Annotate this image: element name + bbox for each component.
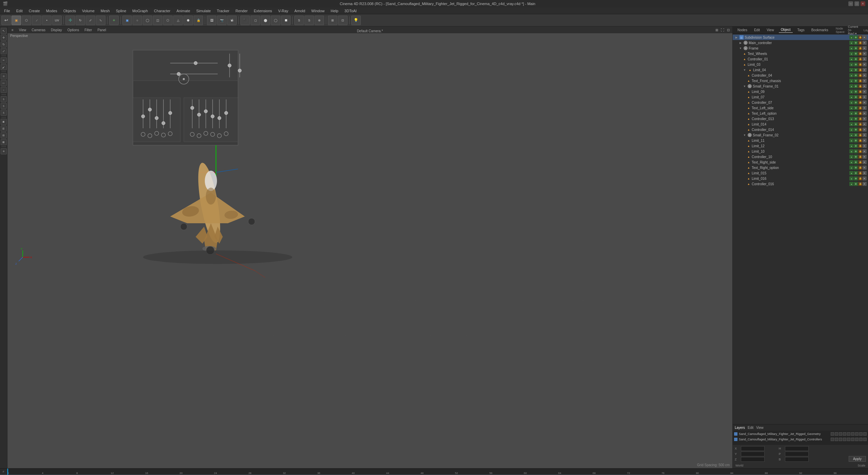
menu-objects[interactable]: Objects (61, 8, 79, 14)
c013-render[interactable]: ◉ (854, 117, 858, 121)
trs-render[interactable]: ◉ (854, 160, 858, 164)
coord-y-input[interactable] (741, 452, 765, 456)
tree-item-limit015[interactable]: ▲ Limit_015 ● ◉ 🔒 ▸ (733, 170, 868, 176)
c013-vis[interactable]: ● (849, 117, 853, 121)
coord-z-input[interactable] (741, 457, 765, 462)
tree-item-controller016[interactable]: ▲ Controller_016 ● ◉ 🔒 ▸ (733, 181, 868, 187)
tool-s2[interactable]: S (1, 103, 7, 109)
tool-move[interactable]: ✛ (1, 35, 7, 41)
layer-geo-l[interactable] (843, 432, 846, 436)
toolbar-obj7[interactable]: ⬢ (183, 16, 193, 25)
toolbar-select-edge[interactable]: ⟋ (32, 16, 41, 25)
tree-item-limit014[interactable]: ▲ Limit_014 ● ◉ 🔒 ▸ (733, 121, 868, 127)
tree-item-subdivision[interactable]: ▶ ◫ Subdivision Surface ● ◉ 🔒 ▸ (733, 35, 868, 40)
tw-vis[interactable]: ● (849, 52, 853, 56)
tfc-lock[interactable]: 🔒 (858, 79, 862, 83)
sf02-expand[interactable]: ▸ (863, 133, 867, 137)
menu-modes[interactable]: Modes (43, 8, 60, 14)
layer-ctrl-r[interactable] (835, 438, 838, 441)
tw-render[interactable]: ◉ (854, 52, 858, 56)
fr-lock[interactable]: 🔒 (858, 46, 862, 50)
close-button[interactable]: ✕ (861, 1, 865, 6)
layer-ctrl-a[interactable] (847, 438, 850, 441)
tro-vis[interactable]: ● (849, 166, 853, 170)
c016-expand[interactable]: ▸ (863, 182, 867, 186)
menu-tracker[interactable]: Tracker (214, 8, 232, 14)
menu-render[interactable]: Render (233, 8, 250, 14)
l10-lock[interactable]: 🔒 (858, 149, 862, 153)
menu-help[interactable]: Help (328, 8, 341, 14)
l015-expand[interactable]: ▸ (863, 171, 867, 175)
tab-nodes[interactable]: Nodes (735, 27, 749, 33)
l09-lock[interactable]: 🔒 (858, 90, 862, 94)
trs-expand[interactable]: ▸ (863, 160, 867, 164)
coord-x-input[interactable] (741, 446, 765, 451)
tfc-expand[interactable]: ▸ (863, 79, 867, 83)
tool-l1[interactable]: ▣ (1, 119, 7, 125)
c04-vis[interactable]: ● (849, 73, 853, 77)
menu-vray[interactable]: V-Ray (275, 8, 291, 14)
menu-create[interactable]: Create (26, 8, 43, 14)
tree-item-controller07[interactable]: ▲ Controller_07 ● ◉ 🔒 ▸ (733, 100, 868, 105)
l10-render[interactable]: ◉ (854, 149, 858, 153)
l03-lock[interactable]: 🔒 (858, 62, 862, 66)
sf01-render[interactable]: ◉ (854, 84, 858, 88)
minimize-button[interactable]: ─ (848, 1, 853, 6)
sf01-lock[interactable]: 🔒 (858, 84, 862, 88)
tool-l3[interactable]: ▤ (1, 132, 7, 138)
l014-expand[interactable]: ▸ (863, 122, 867, 126)
l04-expand[interactable]: ▸ (863, 68, 867, 72)
layer-ctrl-l[interactable] (843, 438, 846, 441)
l016-expand[interactable]: ▸ (863, 176, 867, 180)
toolbar-light[interactable]: 💡 (351, 16, 361, 25)
action-expand[interactable]: ▸ (863, 35, 867, 39)
tool-paint[interactable]: 🖌 (1, 64, 7, 70)
layer-ctrl-e[interactable] (859, 438, 863, 441)
tool-lasso[interactable]: ⊙ (1, 73, 7, 79)
tro-render[interactable]: ◉ (854, 166, 858, 170)
c04-expand[interactable]: ▸ (863, 73, 867, 77)
tree-item-limit12[interactable]: ▲ Limit_12 ● ◉ 🔒 ▸ (733, 143, 868, 149)
viewport-cameras-tab[interactable]: Cameras (30, 28, 47, 32)
tlo-vis[interactable]: ● (849, 111, 853, 115)
toolbar-render-pic[interactable]: 📷 (217, 16, 226, 25)
tls-render[interactable]: ◉ (854, 106, 858, 110)
sf02-lock[interactable]: 🔒 (858, 133, 862, 137)
c07-lock[interactable]: 🔒 (858, 100, 862, 104)
l11-expand[interactable]: ▸ (863, 138, 867, 142)
tool-scale[interactable]: ⤢ (1, 48, 7, 54)
toolbar-obj1[interactable]: ▣ (122, 16, 132, 25)
l07-vis[interactable]: ● (849, 95, 853, 99)
c014-render[interactable]: ◉ (854, 128, 858, 132)
c10-render[interactable]: ◉ (854, 155, 858, 159)
l03-render[interactable]: ◉ (854, 62, 858, 66)
l016-render[interactable]: ◉ (854, 176, 858, 180)
c10-lock[interactable]: 🔒 (858, 155, 862, 159)
menu-simulate[interactable]: Simulate (194, 8, 214, 14)
coord-h-input[interactable] (785, 446, 809, 451)
toolbar-rotate[interactable]: ↻ (76, 16, 85, 25)
toolbar-obj4[interactable]: ◫ (153, 16, 162, 25)
toolbar-wire[interactable]: ◻ (251, 16, 260, 25)
toolbar-render-view[interactable]: 🖼 (207, 16, 216, 25)
toolbar-line[interactable]: ◯ (271, 16, 280, 25)
tree-item-controller014[interactable]: ▲ Controller_014 ● ◉ 🔒 ▸ (733, 127, 868, 132)
layer-ctrl-x[interactable] (863, 438, 867, 441)
l07-expand[interactable]: ▸ (863, 95, 867, 99)
tab-bookmarks[interactable]: Bookmarks (809, 27, 830, 33)
l10-expand[interactable]: ▸ (863, 149, 867, 153)
l03-vis[interactable]: ● (849, 62, 853, 66)
viewport-filter-tab[interactable]: Filter (83, 28, 93, 32)
tab-view[interactable]: View (765, 27, 776, 33)
c01-render[interactable]: ◉ (854, 57, 858, 61)
l12-lock[interactable]: 🔒 (858, 144, 862, 148)
toolbar-select-uv[interactable]: UV (52, 16, 62, 25)
action-vis[interactable]: ● (849, 35, 853, 39)
toolbar-obj-mode[interactable]: ⬛ (240, 16, 250, 25)
toolbar-transform[interactable]: ⤡ (96, 16, 105, 25)
toolbar-snap2[interactable]: ⊡ (338, 16, 348, 25)
l10-vis[interactable]: ● (849, 149, 853, 153)
mc-render[interactable]: ◉ (854, 41, 858, 45)
l016-lock[interactable]: 🔒 (858, 176, 862, 180)
timeline-ruler[interactable]: F 04812162024283236404448525660646872768… (0, 469, 868, 475)
